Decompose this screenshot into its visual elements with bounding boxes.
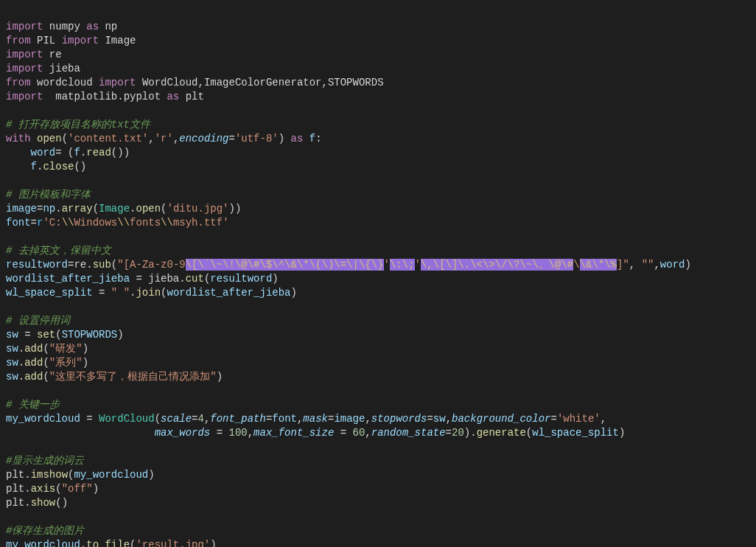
line-29: plt.show() [6,497,68,509]
line-25: max_words = 100,max_font_size = 60,rando… [6,427,625,439]
comment-2: # 图片模板和字体 [6,189,91,201]
line-27: plt.imshow(my_wordcloud) [6,469,155,481]
line-9: word= (f.read()) [6,147,130,158]
line-3: import re [6,49,62,60]
line-28: plt.axis("off") [6,483,99,495]
line-31: my_wordcloud.to_file('result.jpg') [6,539,217,547]
line-24: my_wordcloud = WordCloud(scale=4,font_pa… [6,413,606,425]
line-16: wordlist_after_jieba = jieba.cut(resultw… [6,273,279,285]
line-6: import matplotlib.pyplot as plt [6,91,204,102]
line-20: sw.add("研发") [6,343,88,355]
comment-1: # 打开存放项目名称的txt文件 [6,119,150,130]
line-2: from PIL import Image [6,35,136,46]
comment-3: # 去掉英文，保留中文 [6,245,111,257]
line-8: with open('content.txt','r',encoding='ut… [6,133,322,144]
comment-4: # 设置停用词 [6,315,70,327]
code-editor: { "code": { "l1": {"kw1":"import","mod":… [0,0,756,547]
line-19: sw = set(STOPWORDS) [6,329,124,341]
line-1: import numpy as np [6,21,117,32]
line-21: sw.add("系列") [6,357,88,369]
comment-7: #保存生成的图片 [6,525,84,537]
line-12: image=np.array(Image.open('ditu.jpg')) [6,203,241,215]
line-5: from wordcloud import WordCloud,ImageCol… [6,77,384,88]
line-10: f.close() [6,161,86,173]
comment-6: #显示生成的词云 [6,455,84,467]
line-22: sw.add("这里不多写了，根据自己情况添加") [6,371,223,383]
line-4: import jieba [6,63,80,74]
line-15: resultword=re.sub("[A-Za-z0-9\[\`\~\!\@\… [6,259,691,271]
line-17: wl_space_split = " ".join(wordlist_after… [6,287,297,299]
comment-5: # 关键一步 [6,399,60,411]
line-13: font=r'C:\\Windows\\fonts\\msyh.ttf' [6,217,229,229]
